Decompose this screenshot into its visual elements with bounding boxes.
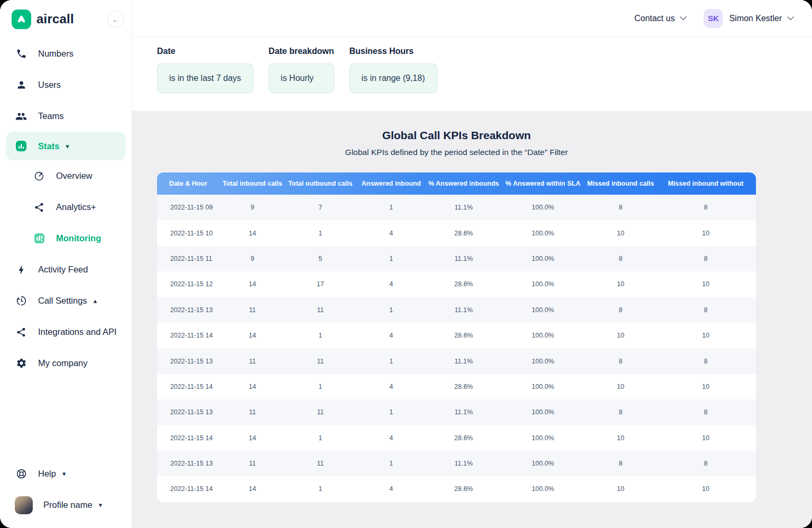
table-row: 2022-11-15 121417428.6%100.0%1010 — [157, 271, 756, 297]
sidebar-item-label: Teams — [38, 111, 64, 121]
table-cell: 9 — [219, 246, 285, 271]
table-row: 2022-11-15 14141428.6%100.0%1010 — [157, 476, 756, 502]
sidebar-footer: Help ▾ Profile name ▾ — [0, 458, 132, 528]
table-cell: 10 — [656, 323, 756, 348]
header-row: Date & HourTotal inbound callsTotal outb… — [157, 172, 756, 195]
table-cell: 11 — [219, 451, 285, 476]
sidebar-item-label: Activity Feed — [38, 265, 88, 275]
table-cell: 11 — [285, 399, 355, 425]
sidebar-item-monitoring[interactable]: Monitoring — [0, 223, 132, 254]
sidebar-item-label: Stats — [38, 141, 59, 151]
table-cell: 100.0% — [500, 246, 586, 271]
sidebar-item-stats[interactable]: Stats ▾ — [6, 132, 126, 160]
topbar: Contact us SK Simon Kestler — [132, 0, 812, 37]
sidebar-collapse-button[interactable]: ← — [107, 11, 124, 28]
filter-date-breakdown-value[interactable]: is Hourly — [269, 63, 334, 93]
gear-icon — [15, 357, 27, 370]
table-cell: 2022-11-15 13 — [157, 451, 219, 476]
table-cell: 100.0% — [500, 476, 586, 502]
table-cell: 100.0% — [500, 323, 586, 348]
table-cell: 28.6% — [427, 476, 500, 502]
table-cell: 1 — [355, 451, 427, 476]
table-body: 2022-11-15 0997111.1%100.0%882022-11-15 … — [157, 195, 756, 502]
sidebar-item-help[interactable]: Help ▾ — [0, 458, 132, 489]
column-header: Answered inbound — [355, 172, 427, 195]
table-cell: 28.6% — [427, 425, 500, 451]
table-cell: 1 — [285, 476, 355, 502]
sidebar-item-numbers[interactable]: Numbers — [0, 38, 132, 69]
table-row: 2022-11-15 131111111.1%100.0%88 — [157, 297, 756, 323]
table-cell: 11.1% — [427, 246, 500, 271]
table-cell: 14 — [219, 476, 285, 502]
table-cell: 10 — [656, 374, 756, 399]
chevron-down-icon — [787, 13, 794, 20]
table-row: 2022-11-15 131111111.1%100.0%88 — [157, 399, 756, 425]
table-cell: 11 — [219, 297, 285, 323]
filter-value-text: is in the last 7 days — [169, 74, 241, 83]
monitoring-icon — [33, 232, 45, 245]
table-cell: 14 — [219, 271, 285, 297]
brand-wordmark: aircall — [36, 12, 74, 26]
sidebar-item-label: Overview — [56, 171, 93, 181]
table-cell: 4 — [355, 425, 427, 451]
table-cell: 1 — [285, 323, 355, 348]
table-cell: 100.0% — [500, 297, 586, 323]
sidebar-item-teams[interactable]: Teams — [0, 101, 132, 132]
table-cell: 28.6% — [427, 374, 500, 399]
report: Global Call KPIs Breakdown Global KPIs d… — [157, 129, 756, 502]
sidebar-item-call-settings[interactable]: Call Settings ▴ — [0, 285, 132, 316]
table-cell: 2022-11-15 14 — [157, 425, 219, 451]
kpi-table-card: Date & HourTotal inbound callsTotal outb… — [157, 172, 756, 502]
table-cell: 5 — [285, 246, 355, 271]
table-cell: 10 — [656, 425, 756, 451]
filter-business-hours: Business Hours is in range (9,18) — [349, 47, 437, 111]
sidebar-item-analytics[interactable]: Analytics+ — [0, 192, 132, 223]
sidebar-item-label: Numbers — [38, 49, 73, 59]
sidebar-item-profile[interactable]: Profile name ▾ — [0, 489, 132, 521]
table-cell: 2022-11-15 13 — [157, 399, 219, 425]
sidebar-item-integrations[interactable]: Integrations and API — [0, 316, 132, 348]
table-cell: 10 — [656, 220, 756, 245]
sidebar-item-label: Help — [38, 469, 56, 479]
sidebar-item-activity-feed[interactable]: Activity Feed — [0, 254, 132, 285]
contact-us-menu[interactable]: Contact us — [634, 14, 686, 23]
caret-down-icon: ▾ — [99, 501, 103, 509]
table-cell: 1 — [285, 374, 355, 399]
table-cell: 8 — [586, 451, 656, 476]
table-cell: 8 — [656, 348, 756, 374]
column-header: Total outbound calls — [285, 172, 355, 195]
filter-label: Date breakdown — [269, 47, 334, 56]
table-cell: 11 — [285, 297, 355, 323]
table-cell: 11 — [219, 399, 285, 425]
user-menu[interactable]: SK Simon Kestler — [704, 9, 793, 28]
table-cell: 10 — [586, 323, 656, 348]
table-cell: 11.1% — [427, 399, 500, 425]
table-cell: 1 — [355, 399, 427, 425]
filter-business-hours-value[interactable]: is in range (9,18) — [349, 63, 437, 93]
sidebar-nav: Numbers Users Teams Stats ▾ — [0, 38, 132, 379]
sidebar-item-users[interactable]: Users — [0, 69, 132, 101]
table-cell: 100.0% — [500, 220, 586, 245]
sidebar-item-overview[interactable]: Overview — [0, 160, 132, 192]
table-cell: 4 — [355, 220, 427, 245]
back-arrow-icon: ← — [112, 15, 120, 24]
filter-value-text: is in range (9,18) — [362, 74, 425, 83]
table-cell: 4 — [355, 323, 427, 348]
page-title: Global Call KPIs Breakdown — [157, 129, 756, 142]
table-cell: 100.0% — [500, 451, 586, 476]
table-cell: 1 — [355, 195, 427, 220]
table-cell: 9 — [219, 195, 285, 220]
table-cell: 1 — [355, 246, 427, 271]
page-subtitle: Global KPIs defined by the period select… — [157, 148, 756, 157]
sidebar-item-my-company[interactable]: My company — [0, 348, 132, 379]
table-row: 2022-11-15 131111111.1%100.0%88 — [157, 348, 756, 374]
table-cell: 100.0% — [500, 195, 586, 220]
logo-row: aircall ← — [0, 0, 132, 38]
column-header: Total inbound calls — [219, 172, 285, 195]
filter-date-value[interactable]: is in the last 7 days — [157, 63, 253, 93]
table-cell: 28.6% — [427, 323, 500, 348]
table-cell: 8 — [656, 451, 756, 476]
table-row: 2022-11-15 0997111.1%100.0%88 — [157, 195, 756, 220]
table-cell: 1 — [355, 297, 427, 323]
filter-date: Date is in the last 7 days — [157, 47, 253, 111]
